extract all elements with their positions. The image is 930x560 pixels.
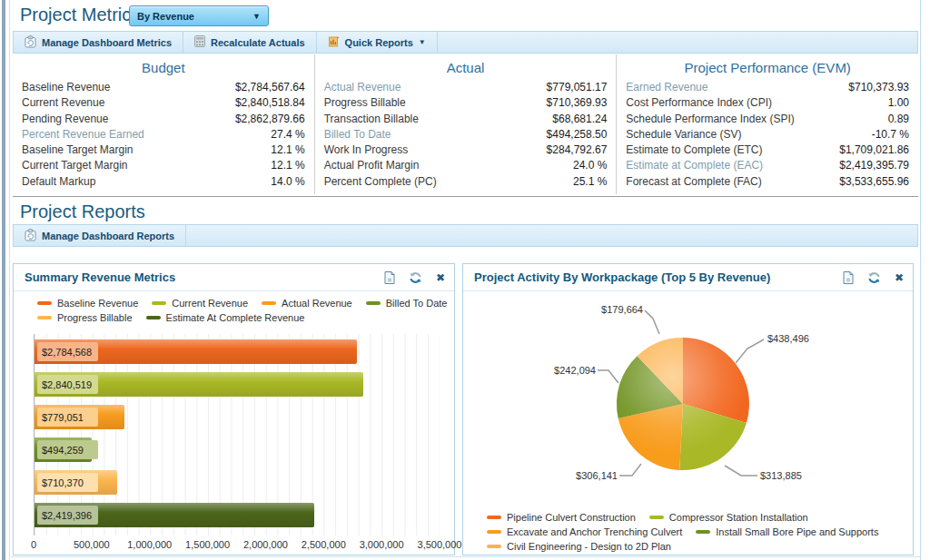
bar-value-label: $710,370 [37, 473, 98, 492]
evm-panel: Project Performance (EVM) Earned Revenue… [617, 54, 918, 194]
metric-label: Current Target Margin [22, 158, 128, 173]
metric-row: Schedule Variance (SV)-10.7 % [626, 127, 909, 142]
pie-label: $242,094 [554, 365, 596, 376]
bar-baseline-revenue[interactable]: $2,784,568 [35, 339, 357, 364]
pie-chart: $438,496$313,885$306,141$242,094$179,664 [463, 297, 911, 506]
metric-label: Actual Profit Margin [324, 158, 420, 173]
legend-item-billed-to-date: Billed To Date [366, 298, 448, 309]
window-frame-left-strip [2, 0, 5, 560]
metric-value: 14.0 % [271, 174, 304, 190]
legend-swatch [366, 301, 381, 305]
metric-row: Cost Performance Index (CPI)1.00 [626, 95, 909, 111]
metric-row: Transaction Billable$68,681.24 [324, 112, 608, 127]
x-axis-tick: 2,500,000 [302, 539, 346, 550]
budget-panel-title: Budget [22, 56, 305, 80]
legend-label: Progress Billable [57, 312, 133, 323]
metric-label: Current Revenue [22, 95, 104, 111]
widget-header: Project Activity By Workpackage (Top 5 B… [463, 264, 913, 291]
legend-item-install-small-bore-pipe-and-supports: Install Small Bore Pipe and Supports [696, 526, 878, 537]
legend-item-baseline-revenue: Baseline Revenue [37, 298, 138, 309]
refresh-icon[interactable] [409, 271, 422, 284]
bar-estimate-at-complete-revenue[interactable]: $2,419,396 [35, 503, 314, 527]
legend-item-excavate-and-anchor-trenching-culvert: Excavate and Anchor Trenching Culvert [487, 526, 682, 537]
metric-label: Earned Revenue [626, 80, 707, 95]
project-activity-by-workpackage-widget: Project Activity By Workpackage (Top 5 B… [462, 263, 914, 555]
metric-value: $779,051.17 [547, 80, 608, 95]
legend-label: Estimate At Complete Revenue [166, 312, 305, 323]
metric-selector-dropdown[interactable]: By Revenue ▼ [129, 5, 269, 26]
metrics-summary-panels: Budget Baseline Revenue$2,784,567.64Curr… [13, 54, 918, 194]
bar-row: $710,370 [35, 470, 440, 495]
x-axis-tick: 2,000,000 [243, 539, 288, 550]
bar-value-label: $494,259 [37, 440, 98, 459]
metric-label: Work In Progress [324, 142, 408, 158]
x-axis-tick: 0 [31, 539, 36, 550]
caret-down-icon: ▼ [419, 38, 426, 46]
page-title-project-reports: Project Reports [20, 201, 145, 222]
metric-value: -10.7 % [872, 127, 909, 142]
window-frame-right-line [920, 0, 921, 560]
metric-value: $3,533,655.96 [839, 174, 909, 190]
export-report-icon[interactable] [384, 271, 395, 284]
legend-label: Billed To Date [386, 298, 448, 309]
legend-label: Pipeline Culvert Construction [507, 512, 636, 523]
bar-billed-to-date[interactable]: $494,259 [35, 437, 92, 462]
metrics-toolbar: Manage Dashboard Metrics Recalculate Act… [13, 31, 918, 54]
close-icon[interactable]: ✖ [436, 272, 445, 283]
metric-value: 1.00 [888, 95, 909, 111]
metric-row: Pending Revenue$2,862,879.66 [22, 112, 305, 127]
metric-label: Default Markup [22, 174, 95, 190]
export-report-icon[interactable] [843, 271, 854, 284]
evm-panel-title: Project Performance (EVM) [626, 56, 909, 80]
legend-item-actual-revenue: Actual Revenue [262, 298, 352, 309]
pie-label: $306,141 [576, 470, 618, 481]
x-axis-tick: 500,000 [74, 539, 110, 550]
quick-reports-label: Quick Reports [345, 37, 413, 48]
metric-row: Actual Revenue$779,051.17 [324, 80, 608, 95]
recalculate-actuals-button[interactable]: Recalculate Actuals [183, 32, 317, 53]
metric-value: $2,840,518.84 [235, 95, 305, 111]
pie-label: $179,664 [601, 304, 643, 315]
x-axis-tick: 3,000,000 [360, 539, 404, 550]
widget-header: Summary Revenue Metrics ✖ [14, 264, 454, 291]
widget-title: Summary Revenue Metrics [23, 270, 384, 284]
metric-row: Percent Complete (PC)25.1 % [324, 174, 608, 190]
metric-label: Schedule Variance (SV) [626, 127, 741, 142]
metric-label: Percent Complete (PC) [324, 174, 437, 190]
metric-label: Baseline Revenue [22, 80, 110, 95]
bar-row: $2,419,396 [35, 503, 440, 527]
legend-label: Install Small Bore Pipe and Supports [716, 526, 878, 537]
manage-dashboard-metrics-button[interactable]: Manage Dashboard Metrics [14, 32, 183, 53]
bar-row: $2,840,519 [35, 372, 440, 397]
metric-value: $1,709,021.86 [839, 142, 909, 158]
metric-value: $284,792.67 [547, 142, 608, 158]
legend-label: Current Revenue [172, 298, 248, 309]
legend-swatch [487, 516, 501, 519]
metric-label: Percent Revenue Earned [22, 127, 144, 142]
metric-label: Transaction Billable [324, 112, 419, 127]
legend-item-compressor-station-installation: Compressor Station Installation [649, 512, 808, 523]
bar-chart-plot: $2,784,568$2,840,519$779,051$494,259$710… [34, 334, 440, 535]
reports-toolbar: Manage Dashboard Reports [13, 224, 918, 247]
bar-actual-revenue[interactable]: $779,051 [35, 405, 124, 429]
bar-current-revenue[interactable]: $2,840,519 [35, 372, 363, 397]
metric-value: 12.1 % [271, 158, 304, 173]
close-icon[interactable]: ✖ [895, 272, 904, 283]
metric-row: Baseline Target Margin12.1 % [22, 142, 305, 158]
refresh-icon[interactable] [867, 271, 881, 284]
pie-leader-line [736, 339, 764, 363]
bar-row: $494,259 [35, 437, 440, 462]
legend-swatch [152, 301, 166, 305]
bar-progress-billable[interactable]: $710,370 [35, 470, 117, 495]
metric-value: $710,373.93 [848, 80, 909, 95]
legend-label: Actual Revenue [282, 298, 352, 309]
recalculate-actuals-label: Recalculate Actuals [211, 37, 305, 48]
metric-row: Current Revenue$2,840,518.84 [22, 95, 305, 111]
legend-swatch [696, 530, 710, 534]
metric-value: 0.89 [888, 112, 909, 127]
quick-reports-button[interactable]: Quick Reports ▼ [317, 32, 438, 53]
manage-dashboard-reports-button[interactable]: Manage Dashboard Reports [14, 225, 186, 246]
bar-value-label: $779,051 [37, 408, 98, 427]
metric-row: Actual Profit Margin24.0 % [324, 158, 608, 173]
widget-title: Project Activity By Workpackage (Top 5 B… [472, 270, 843, 284]
